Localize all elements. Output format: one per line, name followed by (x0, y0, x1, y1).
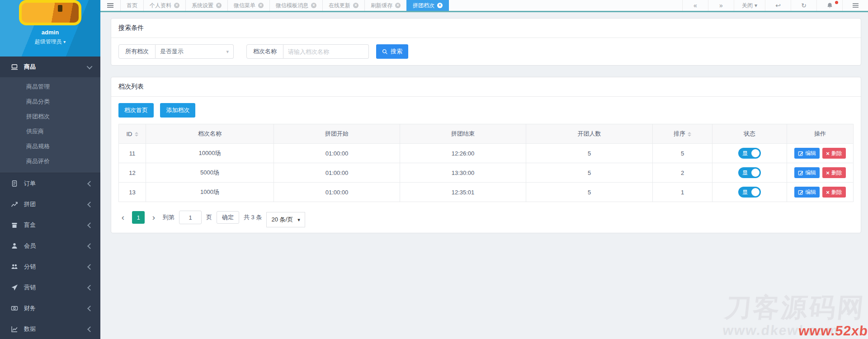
tab-online-update[interactable]: 在线更新 × (322, 0, 364, 11)
chevron-left-icon (87, 306, 93, 311)
user-name: admin (0, 29, 100, 36)
close-icon[interactable]: × (311, 3, 316, 8)
sidebar-item-finance[interactable]: 财务 (0, 298, 100, 319)
close-icon[interactable]: × (395, 3, 401, 8)
edit-button[interactable]: 编辑 (794, 167, 820, 178)
chevron-down-icon (87, 63, 93, 69)
tier-home-button[interactable]: 档次首页 (118, 103, 154, 118)
sidebar-header: admin 超级管理员 ▾ (0, 0, 100, 56)
topbar-tools: « » 关闭 ▾ ↩ ↻ (682, 0, 868, 11)
sidebar-item-goods[interactable]: 商品 (0, 56, 100, 77)
sidebar-submenu-goods: 商品管理 商品分类 拼团档次 供应商 商品规格 商品评价 (0, 77, 100, 173)
close-icon[interactable]: × (437, 3, 443, 8)
tab-wechat-template[interactable]: 微信模板消息 × (269, 0, 322, 11)
sidebar-item-marketing[interactable]: 营销 (0, 277, 100, 298)
cell-name: 10000场 (146, 144, 274, 163)
cell-sort: 5 (653, 144, 712, 163)
delete-button[interactable]: ×删除 (822, 187, 846, 198)
delete-button[interactable]: ×删除 (822, 167, 846, 178)
cell-start: 01:00:00 (274, 163, 400, 183)
status-toggle[interactable]: 显 (738, 167, 761, 178)
sidebar-item-members[interactable]: 会员 (0, 235, 100, 256)
tab-wechat-menu[interactable]: 微信菜单 × (227, 0, 269, 11)
sidebar-item-groupbuy[interactable]: 拼团 (0, 194, 100, 215)
sidebar: admin 超级管理员 ▾ 商品 商品管理 商品分类 拼团档次 供应商 商品规格… (0, 0, 100, 339)
add-tier-button[interactable]: 添加档次 (160, 103, 195, 118)
refresh-button[interactable]: ↻ (791, 0, 816, 11)
sidebar-item-goods-manage[interactable]: 商品管理 (0, 79, 100, 94)
notifications-button[interactable] (816, 0, 842, 11)
tier-name-group: 档次名称 (246, 44, 369, 59)
sort-icon[interactable] (688, 132, 691, 137)
sidebar-item-label: 分销 (24, 263, 36, 271)
tab-profile[interactable]: 个人资料 × (143, 0, 185, 11)
tab-groupbuy-tier[interactable]: 拼团档次 × (406, 0, 449, 11)
page-size-select[interactable]: 20 条/页 ▾ (266, 212, 305, 227)
chevron-left-icon (87, 202, 93, 207)
delete-button[interactable]: ×删除 (822, 148, 846, 159)
delete-x-icon: × (826, 170, 830, 176)
search-button[interactable]: 搜索 (376, 44, 408, 59)
next-page-button[interactable]: › (149, 211, 158, 224)
edit-button[interactable]: 编辑 (794, 187, 820, 198)
sidebar-menu: 商品 商品管理 商品分类 拼团档次 供应商 商品规格 商品评价 订单 拼团 (0, 56, 100, 339)
goods-icon (11, 63, 18, 71)
scroll-tabs-left-button[interactable]: « (682, 0, 708, 11)
sidebar-item-label: 财务 (24, 304, 36, 312)
edit-button[interactable]: 编辑 (794, 148, 820, 159)
sidebar-item-blindbox[interactable]: 盲盒 (0, 215, 100, 235)
tab-system-settings[interactable]: 系统设置 × (185, 0, 227, 11)
cell-people: 5 (526, 144, 653, 163)
status-toggle[interactable]: 显 (738, 148, 761, 159)
col-actions: 操作 (787, 124, 854, 144)
tab-label: 拼团档次 (413, 2, 434, 9)
sidebar-item-distribution[interactable]: 分销 (0, 256, 100, 277)
sidebar-item-data[interactable]: 数据 (0, 319, 100, 339)
col-status: 状态 (712, 124, 787, 144)
user-role-dropdown[interactable]: 超级管理员 ▾ (0, 38, 100, 46)
goto-suffix-label: 页 (206, 213, 212, 221)
tab-refresh-cache[interactable]: 刷新缓存 × (364, 0, 406, 11)
log-list-button[interactable] (842, 0, 868, 11)
display-filter-select[interactable]: 是否显示 ▾ (156, 44, 234, 59)
bell-icon (826, 2, 833, 9)
col-sort[interactable]: 排序 (653, 124, 712, 144)
goto-confirm-button[interactable]: 确定 (217, 211, 239, 224)
cell-actions: 编辑 ×删除 (787, 144, 854, 163)
cell-start: 01:00:00 (274, 144, 400, 163)
close-icon[interactable]: × (258, 3, 264, 8)
tier-list-panel: 档次列表 档次首页 添加档次 ID 档次名称 拼团开始 拼团结束 (111, 77, 861, 233)
back-button[interactable]: ↩ (765, 0, 791, 11)
cell-name: 1000场 (146, 183, 274, 202)
status-toggle[interactable]: 显 (738, 187, 761, 198)
tier-name-input[interactable] (283, 44, 369, 59)
cell-actions: 编辑 ×删除 (787, 183, 854, 202)
sidebar-item-goods-review[interactable]: 商品评价 (0, 154, 100, 169)
close-icon[interactable]: × (353, 3, 359, 8)
toggle-knob (751, 169, 760, 177)
goto-page-input[interactable] (179, 211, 202, 224)
sidebar-item-goods-category[interactable]: 商品分类 (0, 94, 100, 109)
sidebar-item-groupbuy-tier[interactable]: 拼团档次 (0, 109, 100, 124)
col-id[interactable]: ID (119, 124, 146, 144)
close-tabs-dropdown[interactable]: 关闭 ▾ (734, 0, 765, 11)
finance-icon (11, 305, 18, 312)
sidebar-item-orders[interactable]: 订单 (0, 173, 100, 194)
top-tab-bar: 首页 个人资料 × 系统设置 × 微信菜单 × 微信模板消息 × 在线更新 × … (100, 0, 868, 12)
close-icon[interactable]: × (174, 3, 179, 8)
tier-name-label: 档次名称 (246, 44, 283, 59)
close-icon[interactable]: × (216, 3, 222, 8)
scroll-tabs-right-button[interactable]: » (708, 0, 734, 11)
sidebar-item-goods-spec[interactable]: 商品规格 (0, 139, 100, 154)
sort-icon[interactable] (135, 132, 138, 137)
prev-page-button[interactable]: ‹ (118, 211, 127, 224)
current-page-button[interactable]: 1 (132, 211, 145, 224)
tab-label: 个人资料 (150, 2, 171, 9)
tab-home[interactable]: 首页 (120, 0, 143, 11)
sidebar-item-supplier[interactable]: 供应商 (0, 124, 100, 139)
chevron-left-icon (87, 264, 93, 270)
tier-list-title: 档次列表 (111, 77, 861, 97)
sidebar-toggle-button[interactable] (100, 0, 120, 11)
cell-people: 5 (526, 183, 653, 202)
chevron-left-icon (87, 243, 93, 249)
